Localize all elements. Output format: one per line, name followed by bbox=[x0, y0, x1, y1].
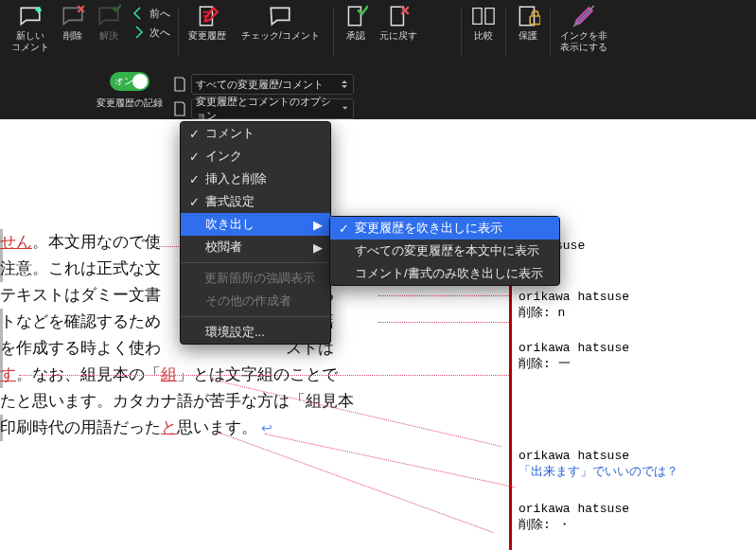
menu-label: 更新箇所の強調表示 bbox=[204, 270, 315, 287]
arrow-forward-icon bbox=[131, 25, 146, 40]
menu-item-preferences[interactable]: 環境設定... bbox=[181, 321, 330, 344]
text: と bbox=[161, 418, 177, 436]
check-icon: ✓ bbox=[188, 172, 200, 186]
pencil-slash-icon bbox=[571, 4, 596, 28]
connector-line bbox=[218, 432, 494, 533]
text: を作成する時よく使わ bbox=[0, 339, 161, 357]
reject-button[interactable]: 元に戻す bbox=[374, 4, 423, 61]
balloon-author: orikawa hatsuse bbox=[519, 449, 678, 463]
menu-item-ink[interactable]: ✓インク bbox=[181, 145, 330, 168]
text: す bbox=[0, 365, 16, 383]
document-area: せん。本文用なので使 注意。これは正式な文 テキストはダミー文書れる トなどを確… bbox=[0, 119, 756, 550]
menu-item-other-authors: その他の作成者 bbox=[181, 290, 330, 312]
track-toggle-group: オン 変更履歴の記録 bbox=[97, 68, 163, 110]
menu-item-reviewers[interactable]: 校閲者▶ bbox=[181, 236, 330, 258]
compare-icon bbox=[471, 4, 496, 28]
submenu-item-in-balloons[interactable]: ✓変更履歴を吹き出しに表示 bbox=[330, 217, 559, 240]
text: 思います。 bbox=[177, 418, 257, 436]
comment-icon bbox=[268, 4, 292, 28]
menu-divider bbox=[181, 316, 330, 317]
balloon[interactable]: orikawa hatsuse 削除: ・ bbox=[519, 502, 629, 533]
balloon-body: 削除: 一 bbox=[519, 355, 629, 372]
track-changes-subrow: オン 変更履歴の記録 すべての変更履歴/コメント 変更履歴とコメントのオプション bbox=[0, 68, 756, 123]
submenu-item-format-only[interactable]: コメント/書式のみ吹き出しに表示 bbox=[330, 262, 559, 285]
arrow-back-icon bbox=[131, 6, 146, 21]
next-label: 次へ bbox=[149, 26, 170, 40]
menu-label: 挿入と削除 bbox=[205, 170, 267, 187]
resolve-button: 解決 bbox=[91, 4, 127, 61]
track-changes-toggle[interactable]: オン bbox=[110, 72, 149, 91]
reject-label: 元に戻す bbox=[379, 30, 417, 42]
connector-line bbox=[378, 322, 509, 323]
accept-icon bbox=[343, 4, 368, 28]
new-comment-button[interactable]: 新しいコメント bbox=[6, 4, 55, 61]
balloon[interactable]: orikawa hatsuse 削除: 一 bbox=[519, 341, 629, 372]
separator bbox=[333, 8, 334, 57]
menu-label: その他の作成者 bbox=[205, 293, 291, 310]
menu-label: インク bbox=[205, 148, 242, 165]
compare-label: 比較 bbox=[474, 30, 493, 42]
text: テキストはダミー文書 bbox=[0, 286, 161, 304]
protect-button[interactable]: 保護 bbox=[510, 4, 546, 61]
comment-check-icon bbox=[97, 4, 121, 28]
balloon[interactable]: orikawa hatsuse 「出来ます」でいいのでは？ bbox=[519, 449, 678, 480]
text: たと思います。カタカナ語が苦手な方は「組見本 bbox=[0, 392, 354, 410]
check-comment-button[interactable]: チェック/コメント bbox=[232, 4, 329, 61]
reject-icon bbox=[386, 4, 411, 28]
menu-label: 変更履歴を吹き出しに表示 bbox=[355, 220, 502, 237]
separator bbox=[178, 8, 179, 57]
markup-display-value: すべての変更履歴/コメント bbox=[196, 78, 324, 92]
submenu-arrow-icon: ▶ bbox=[313, 240, 323, 255]
check-label: チェック/コメント bbox=[241, 30, 320, 42]
separator bbox=[550, 8, 551, 57]
menu-item-comments[interactable]: ✓コメント bbox=[181, 122, 330, 145]
text: 印刷時代の用語だった bbox=[0, 418, 161, 436]
markup-options-dropdown[interactable]: 変更履歴とコメントのオプション bbox=[191, 98, 354, 119]
prev-comment-button[interactable]: 前へ bbox=[131, 6, 170, 21]
ink-hide-button[interactable]: インクを非表示にする bbox=[554, 4, 613, 61]
comment-x-icon bbox=[61, 4, 85, 28]
lock-icon bbox=[516, 4, 540, 28]
ribbon-review-tab: 新しいコメント 削除 解決 前へ 次へ 変更履歴 bbox=[0, 0, 756, 68]
accept-button[interactable]: 承認 bbox=[338, 4, 374, 61]
track-changes-button[interactable]: 変更履歴 bbox=[183, 4, 232, 61]
menu-item-insert-delete[interactable]: ✓挿入と削除 bbox=[181, 168, 330, 190]
check-icon: ✓ bbox=[338, 222, 349, 236]
check-icon: ✓ bbox=[188, 127, 200, 141]
submenu-item-inline[interactable]: すべての変更履歴を本文中に表示 bbox=[330, 240, 559, 262]
markup-options-menu: ✓コメント ✓インク ✓挿入と削除 ✓書式設定 吹き出し▶ 校閲者▶ 更新箇所の… bbox=[180, 121, 331, 345]
separator bbox=[505, 8, 506, 57]
balloon-body: 「出来ます」でいいのでは？ bbox=[519, 463, 678, 480]
text: せん bbox=[0, 233, 32, 251]
comment-plus-icon bbox=[18, 4, 43, 28]
document-icon bbox=[172, 77, 187, 92]
balloon-author: orikawa hatsuse bbox=[519, 341, 629, 355]
markup-dropdown-column: すべての変更履歴/コメント 変更履歴とコメントのオプション bbox=[163, 68, 354, 119]
track-changes-icon bbox=[195, 4, 220, 28]
prev-label: 前へ bbox=[149, 7, 170, 21]
balloon[interactable]: orikawa hatsuse 削除: n bbox=[519, 290, 629, 321]
ink-hide-label: インクを非表示にする bbox=[560, 30, 607, 53]
balloon-author: orikawa hatsuse bbox=[519, 502, 629, 516]
check-icon: ✓ bbox=[188, 150, 200, 164]
protect-label: 保護 bbox=[519, 30, 537, 42]
compare-button[interactable]: 比較 bbox=[466, 4, 501, 61]
accept-label: 承認 bbox=[346, 30, 365, 42]
delete-comment-button[interactable]: 削除 bbox=[55, 4, 91, 61]
menu-label: 校閲者 bbox=[205, 239, 242, 256]
next-comment-button[interactable]: 次へ bbox=[131, 25, 170, 40]
markup-display-dropdown[interactable]: すべての変更履歴/コメント bbox=[191, 74, 354, 95]
svg-rect-0 bbox=[530, 16, 540, 25]
menu-item-highlight-updates: 更新箇所の強調表示 bbox=[181, 267, 330, 290]
nav-column: 前へ 次へ bbox=[127, 4, 174, 40]
connector-line bbox=[378, 295, 509, 296]
text: 。本文用なので使 bbox=[32, 233, 161, 251]
resolve-label: 解決 bbox=[99, 30, 118, 42]
check-icon: ✓ bbox=[188, 195, 200, 209]
text: 注意。これは正式な文 bbox=[0, 259, 161, 277]
menu-item-balloons[interactable]: 吹き出し▶ bbox=[181, 213, 330, 236]
menu-item-formatting[interactable]: ✓書式設定 bbox=[181, 190, 330, 213]
submenu-arrow-icon: ▶ bbox=[313, 218, 323, 232]
menu-label: 環境設定... bbox=[205, 324, 265, 341]
delete-label: 削除 bbox=[63, 30, 82, 42]
